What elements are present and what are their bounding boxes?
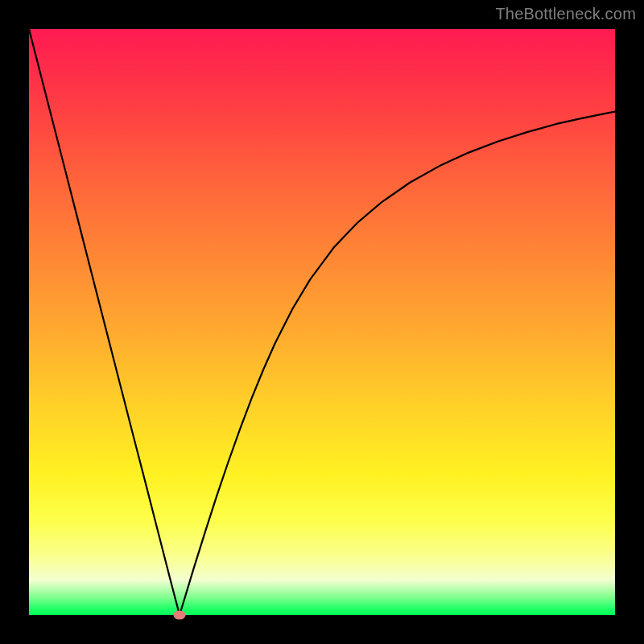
- bottleneck-curve: [29, 29, 615, 615]
- plot-area: [29, 29, 615, 615]
- optimum-marker: [174, 611, 186, 620]
- source-credit: TheBottleneck.com: [495, 5, 636, 23]
- chart-frame: TheBottleneck.com: [0, 0, 644, 644]
